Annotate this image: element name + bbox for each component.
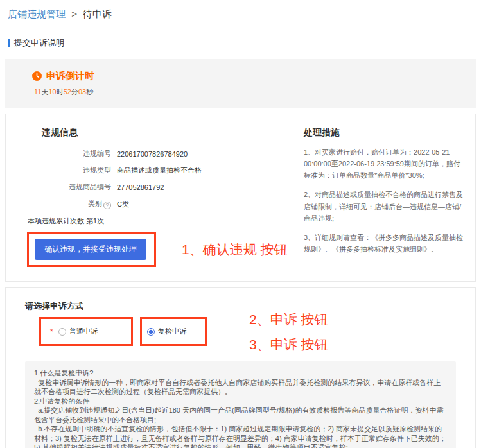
annotation-box-normal-appeal: * 普通申诉 — [39, 317, 133, 346]
countdown-title-row: 申诉倒计时 — [32, 70, 476, 82]
breadcrumb-current-pending-appeal: 待申诉 — [83, 8, 112, 19]
help-icon[interactable]: ? — [103, 202, 111, 209]
field-row-product-id: 违规商品编号 277052861792 — [21, 182, 299, 192]
countdown-seconds: 03 — [78, 88, 86, 96]
countdown-hours: 10 — [48, 88, 56, 96]
clock-icon — [32, 71, 42, 81]
handling-item-2: 2、对商品描述或质量抽检不合格的商品进行禁售及店铺限制，详细可见：店铺后台—违规… — [304, 189, 464, 223]
handling-item-1: 1、对买家进行赔付，赔付订单为：2022-05-21 00:00:00至2022… — [304, 146, 464, 181]
violation-type-value: 商品描述或质量抽检不合格 — [117, 166, 202, 175]
violation-count-value: 第1次 — [86, 217, 104, 225]
handling-item-3: 3、详细规则请查看：《拼多多商品描述及质量抽检规则》、《拼多多抽检标准及实施细则… — [304, 232, 464, 255]
violation-id-label: 违规编号 — [21, 149, 111, 159]
confirm-row: 确认违规，并接受违规处理 1、确认违规 按钮 — [21, 232, 299, 267]
breadcrumb-link-violation-management[interactable]: 店铺违规管理 — [8, 8, 66, 19]
violation-count-label: 本项违规累计次数 — [28, 217, 84, 225]
countdown-minutes-unit: 分 — [71, 88, 78, 96]
product-id-label: 违规商品编号 — [21, 182, 111, 192]
radio-normal-appeal[interactable] — [58, 328, 66, 336]
violation-id-value: 220617007826784920 — [117, 150, 188, 158]
countdown-seconds-unit: 秒 — [86, 88, 93, 96]
annotation-text-option2: 3、申诉 按钮 — [249, 336, 328, 354]
notice-line: 2.申请复检的条件 — [34, 397, 447, 406]
handling-measures-section: 处理措施 1、对买家进行赔付，赔付订单为：2022-05-21 00:00:00… — [299, 127, 464, 267]
annotation-box-recheck-appeal: 复检申诉 — [140, 317, 207, 346]
normal-appeal-label[interactable]: 普通申诉 — [69, 327, 98, 336]
recheck-appeal-notice: 1.什么是复检申诉? 复检申诉属申诉情形的一种，即商家对平台自行或者委托他人自商… — [25, 361, 456, 448]
page-title-label: 提交申诉说明 — [14, 37, 64, 49]
countdown-hours-unit: 时 — [57, 88, 64, 96]
confirm-violation-button[interactable]: 确认违规，并接受违规处理 — [35, 239, 146, 260]
annotation-text-confirm: 1、确认违规 按钮 — [182, 241, 288, 259]
page-title: 提交申诉说明 — [0, 28, 481, 49]
violation-card: 违规信息 违规编号 220617007826784920 违规类型 商品描述或质… — [5, 114, 476, 282]
notice-line: 1.什么是复检申诉? — [34, 368, 447, 378]
title-accent-bar — [8, 39, 10, 47]
violation-type-label: 违规类型 — [21, 166, 111, 175]
countdown-minutes: 52 — [64, 88, 71, 96]
breadcrumb: 店铺违规管理 > 待申诉 — [0, 0, 481, 28]
annotation-box-confirm: 确认违规，并接受违规处理 — [27, 232, 156, 267]
field-row-category: 类别? C类 — [21, 199, 299, 209]
appeal-annotations: 2、申诉 按钮 3、申诉 按钮 — [249, 311, 328, 354]
violation-count-row: 本项违规累计次数 第1次 — [28, 216, 299, 226]
category-label: 类别? — [21, 199, 111, 209]
violation-info-title: 违规信息 — [42, 127, 299, 139]
field-row-violation-id: 违规编号 220617007826784920 — [21, 149, 299, 159]
annotation-text-option1: 2、申诉 按钮 — [249, 311, 328, 329]
recheck-appeal-label[interactable]: 复检申诉 — [158, 327, 186, 336]
appeal-card: 请选择申诉方式 * 普通申诉 复检申诉 2、申诉 按钮 3、申诉 按钮 1.什么… — [5, 287, 476, 448]
notice-line: a.提交店铺收到违规通知之日(含当日)起近180 天内的同一产品(同品牌同型号/… — [34, 406, 447, 424]
breadcrumb-separator: > — [71, 8, 77, 19]
required-mark: * — [50, 327, 53, 336]
appeal-method-title: 请选择申诉方式 — [25, 300, 456, 312]
category-label-text: 类别 — [88, 200, 102, 207]
notice-line: b.不存在规则中明确的不适宜复检的情形，包括但不限于：1) 商家超过规定期限申请… — [34, 424, 447, 448]
countdown-timer: 11天10时52分03秒 — [34, 87, 476, 97]
violation-info-section: 违规信息 违规编号 220617007826784920 违规类型 商品描述或质… — [21, 127, 299, 267]
handling-measures-title: 处理措施 — [304, 127, 464, 139]
field-row-violation-type: 违规类型 商品描述或质量抽检不合格 — [21, 166, 299, 175]
appeal-options-row: * 普通申诉 复检申诉 2、申诉 按钮 3、申诉 按钮 — [39, 317, 456, 354]
product-id-value: 277052861792 — [117, 184, 164, 191]
category-value: C类 — [117, 200, 129, 209]
countdown-days-unit: 天 — [41, 88, 48, 96]
countdown-days: 11 — [34, 88, 41, 96]
countdown-title: 申诉倒计时 — [46, 70, 94, 82]
notice-line: 复检申诉属申诉情形的一种，即商家对平台自行或者委托他人自商家店铺购买样品并委托检… — [34, 378, 447, 397]
radio-recheck-appeal[interactable] — [147, 328, 155, 336]
appeal-countdown-panel: 申诉倒计时 11天10时52分03秒 — [5, 59, 476, 108]
